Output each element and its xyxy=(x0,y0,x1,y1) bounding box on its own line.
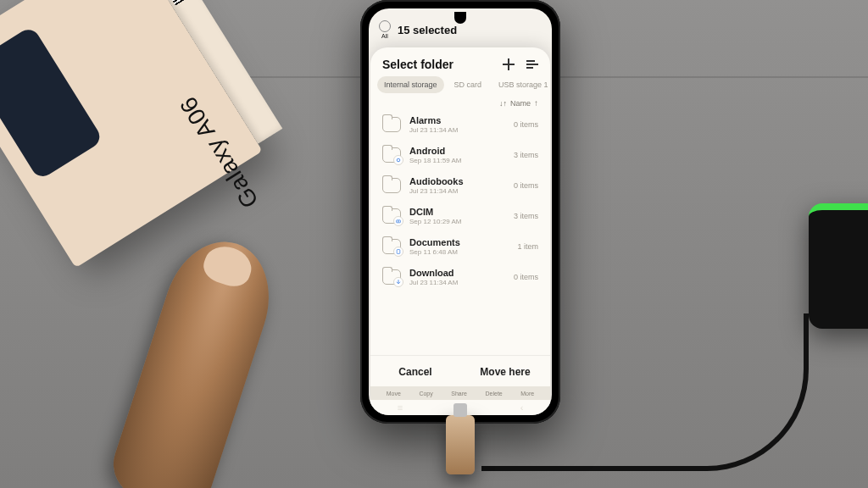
folder-meta: AudiobooksJul 23 11:34 AM xyxy=(409,176,505,195)
power-bank xyxy=(809,203,868,329)
new-folder-icon[interactable] xyxy=(503,58,515,70)
tab-internal-storage[interactable]: Internal storage xyxy=(377,76,444,93)
select-all-toggle[interactable]: All xyxy=(379,20,391,39)
folder-item-count: 1 item xyxy=(517,242,538,251)
folder-item-count: 3 items xyxy=(514,151,538,159)
folder-name: Audiobooks xyxy=(409,176,505,186)
folder-name: Android xyxy=(409,146,505,156)
folder-meta: DocumentsSep 11 6:48 AM xyxy=(409,237,509,256)
sort-icon: ↓↑ xyxy=(499,99,507,108)
sort-control[interactable]: ↓↑ Name ↑ xyxy=(370,93,550,109)
folder-icon xyxy=(382,208,401,224)
panel-header-actions xyxy=(503,58,538,70)
phone-body: All 15 selected Select folder Internal s… xyxy=(360,0,560,424)
folder-row[interactable]: AndroidSep 18 11:59 AM3 items xyxy=(372,140,548,170)
down-badge-icon xyxy=(393,277,403,287)
folder-row[interactable]: DownloadJul 23 11:34 AM0 items xyxy=(372,262,548,292)
svg-point-0 xyxy=(397,158,400,162)
folder-icon xyxy=(382,269,401,285)
svg-rect-3 xyxy=(397,250,400,254)
folder-name: DCIM xyxy=(409,207,505,217)
folder-list: AlarmsJul 23 11:34 AM0 itemsAndroidSep 1… xyxy=(370,109,550,355)
bottom-action-bar: Cancel Move here xyxy=(370,355,550,386)
folder-icon xyxy=(382,147,401,163)
folder-row[interactable]: DocumentsSep 11 6:48 AM1 item xyxy=(372,231,548,262)
gear-badge-icon xyxy=(393,155,403,165)
camera-badge-icon xyxy=(393,216,403,226)
move-here-button[interactable]: Move here xyxy=(460,356,550,386)
nav-recents-icon[interactable]: ≡ xyxy=(398,402,403,413)
bg-action: More xyxy=(520,391,534,396)
select-all-label: All xyxy=(381,33,388,39)
view-options-icon[interactable] xyxy=(526,58,538,70)
folder-date: Jul 23 11:34 AM xyxy=(409,279,505,286)
background-action-strip: MoveCopyShareDeleteMore xyxy=(370,386,550,400)
folder-icon xyxy=(382,178,401,193)
folder-name: Alarms xyxy=(409,115,505,125)
folder-meta: DownloadJul 23 11:34 AM xyxy=(409,268,505,286)
folder-date: Jul 23 11:34 AM xyxy=(409,126,505,134)
folder-item-count: 0 items xyxy=(514,181,538,190)
panel-header: Select folder xyxy=(370,47,550,76)
sort-label: Name xyxy=(510,99,531,108)
folder-date: Jul 23 11:34 AM xyxy=(409,187,505,195)
folder-name: Download xyxy=(409,268,505,278)
sort-direction-icon: ↑ xyxy=(534,98,538,108)
notch xyxy=(454,12,466,24)
folder-date: Sep 12 10:29 AM xyxy=(409,218,505,225)
folder-icon xyxy=(382,239,401,254)
bg-action: Delete xyxy=(486,391,503,396)
folder-name: Documents xyxy=(409,237,509,247)
bg-action: Share xyxy=(451,391,467,396)
storage-tabs: Internal storage SD card USB storage 1 xyxy=(370,76,550,93)
folder-item-count: 0 items xyxy=(514,120,538,129)
tab-usb-storage[interactable]: USB storage 1 xyxy=(492,76,552,93)
folder-row[interactable]: AlarmsJul 23 11:34 AM0 items xyxy=(372,109,548,140)
select-folder-panel: Select folder Internal storage SD card U… xyxy=(370,47,550,415)
doc-badge-icon xyxy=(393,247,403,257)
folder-item-count: 3 items xyxy=(514,212,538,220)
select-all-circle-icon xyxy=(379,20,391,32)
tab-sd-card[interactable]: SD card xyxy=(448,76,489,93)
folder-icon xyxy=(382,117,401,132)
cancel-button[interactable]: Cancel xyxy=(370,356,460,386)
folder-meta: AndroidSep 18 11:59 AM xyxy=(409,146,505,164)
bg-action: Copy xyxy=(419,391,432,396)
folder-meta: AlarmsJul 23 11:34 AM xyxy=(409,115,505,134)
box-phone-graphic xyxy=(0,25,104,180)
panel-title: Select folder xyxy=(382,58,453,71)
folder-row[interactable]: AudiobooksJul 23 11:34 AM0 items xyxy=(372,170,548,201)
phone-screen: All 15 selected Select folder Internal s… xyxy=(369,8,552,415)
nav-back-icon[interactable]: ‹ xyxy=(520,402,524,413)
folder-date: Sep 18 11:59 AM xyxy=(409,157,505,164)
folder-date: Sep 11 6:48 AM xyxy=(409,248,509,256)
folder-meta: DCIMSep 12 10:29 AM xyxy=(409,207,505,225)
folder-row[interactable]: DCIMSep 12 10:29 AM3 items xyxy=(372,201,548,231)
bg-action: Move xyxy=(387,391,401,396)
svg-point-2 xyxy=(398,221,399,223)
usb-adapter xyxy=(446,415,475,474)
selected-count: 15 selected xyxy=(398,24,457,36)
folder-item-count: 0 items xyxy=(514,273,538,281)
